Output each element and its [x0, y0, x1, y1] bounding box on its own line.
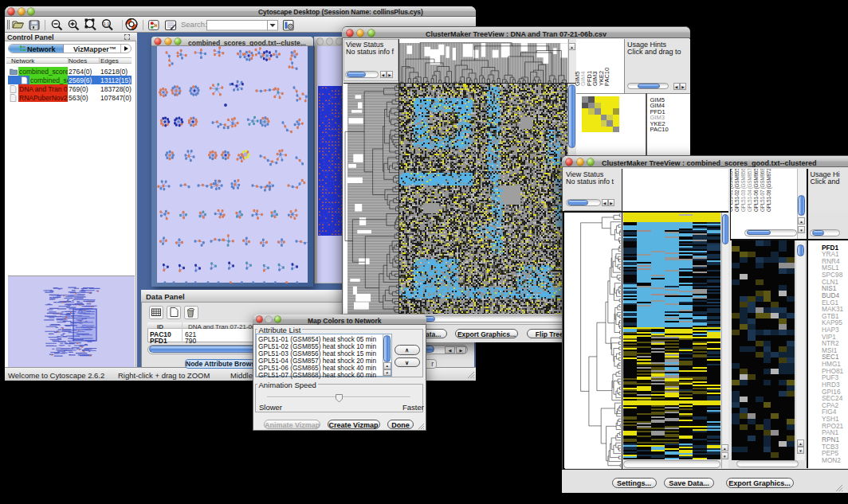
svg-text:Search:: Search: [181, 20, 207, 29]
svg-text:1:1: 1:1 [104, 21, 110, 26]
